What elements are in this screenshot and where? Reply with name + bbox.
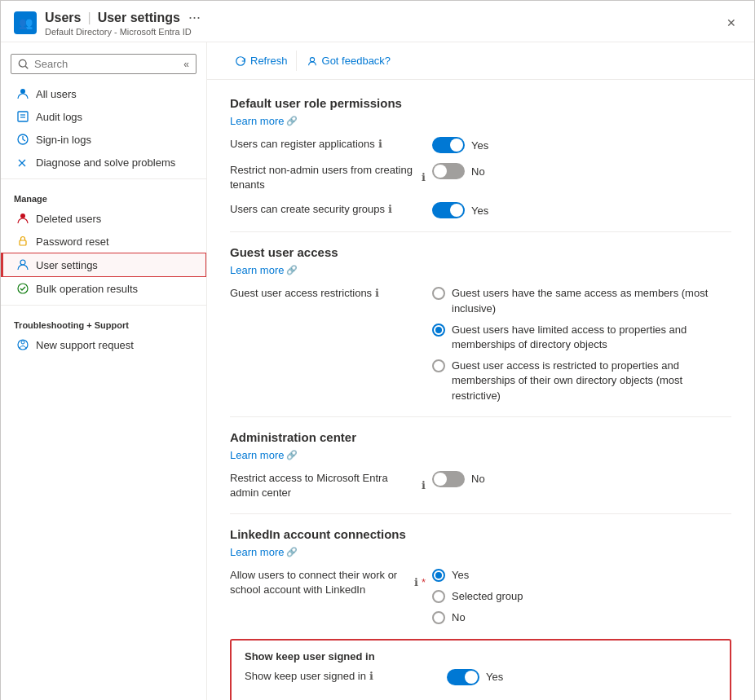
sidebar-item-label: Sign-in logs <box>36 134 91 146</box>
deleted-users-icon <box>16 212 29 225</box>
radio-button[interactable] <box>432 287 445 300</box>
radio-button[interactable] <box>432 324 445 337</box>
external-link-icon3: 🔗 <box>286 450 298 460</box>
setting-label: Restrict access to Microsoft Entra admin… <box>230 471 426 500</box>
password-reset-icon <box>16 235 29 248</box>
sidebar-item-signin-logs[interactable]: Sign-in logs <box>1 128 206 151</box>
guest-access-section: Guest user access Learn more 🔗 Guest use… <box>230 245 731 403</box>
toggle-switch[interactable] <box>432 137 465 153</box>
setting-row-show-signed-in: Show keep user signed in ℹ Yes <box>245 669 717 685</box>
radio-limited[interactable]: Guest users have limited access to prope… <box>432 323 731 352</box>
learn-more-admin[interactable]: Learn more 🔗 <box>230 449 298 461</box>
linkedin-radio-group: Yes Selected group No <box>432 568 523 626</box>
feedback-button[interactable]: Got feedback? <box>298 51 400 71</box>
sidebar-item-label: New support request <box>36 339 134 351</box>
info-icon[interactable]: ℹ <box>369 669 373 684</box>
radio-button[interactable] <box>432 611 445 624</box>
support-icon <box>16 338 29 351</box>
radio-button[interactable] <box>432 590 445 603</box>
guest-access-restrictions-row: Guest user access restrictions ℹ Guest u… <box>230 286 731 403</box>
search-input[interactable] <box>34 58 179 70</box>
svg-rect-8 <box>20 240 26 245</box>
toolbar: Refresh Got feedback? <box>207 42 754 80</box>
external-link-icon4: 🔗 <box>286 547 298 557</box>
signin-logs-icon <box>16 133 29 146</box>
search-box[interactable]: « <box>11 54 196 74</box>
sidebar-item-deleted-users[interactable]: Deleted users <box>1 207 206 230</box>
collapse-button[interactable]: « <box>183 59 189 70</box>
info-icon[interactable]: ℹ <box>422 170 426 185</box>
sidebar-item-all-users[interactable]: All users <box>1 82 206 105</box>
setting-label: Users can register applications ℹ <box>230 137 426 152</box>
setting-label: Users can create security groups ℹ <box>230 202 426 217</box>
setting-label: Show keep user signed in ℹ <box>245 669 440 684</box>
toggle-show-signed-in[interactable]: Yes <box>447 669 503 685</box>
title-bar: 👥 Users | User settings ··· Default Dire… <box>1 1 754 42</box>
sidebar-item-label: Diagnose and solve problems <box>36 156 175 169</box>
svg-point-7 <box>20 214 25 218</box>
divider2 <box>1 305 206 306</box>
toggle-switch[interactable] <box>447 669 479 685</box>
radio-linkedin-yes[interactable]: Yes <box>432 568 523 583</box>
info-icon[interactable]: ℹ <box>378 137 382 152</box>
toggle-switch[interactable] <box>432 471 465 487</box>
divider <box>1 178 206 179</box>
section-divider3 <box>230 513 731 514</box>
sidebar: « All users Audit logs Sign-in logs <box>1 42 207 700</box>
admin-center-section: Administration center Learn more 🔗 Restr… <box>230 430 731 500</box>
toggle-thumb <box>450 204 463 217</box>
radio-linkedin-selected-group[interactable]: Selected group <box>432 589 523 604</box>
radio-inclusive[interactable]: Guest users have the same access as memb… <box>432 286 731 315</box>
radio-linkedin-no[interactable]: No <box>432 610 523 625</box>
more-options[interactable]: ··· <box>188 9 201 26</box>
refresh-button[interactable]: Refresh <box>227 51 297 71</box>
toggle-restrict-tenants[interactable]: No <box>432 163 485 179</box>
section-title-default-user: Default user role permissions <box>230 96 731 110</box>
sidebar-item-bulk-ops[interactable]: Bulk operation results <box>1 277 206 300</box>
linkedin-label: Allow users to connect their work or sch… <box>230 568 426 597</box>
toggle-switch[interactable] <box>432 202 465 218</box>
sidebar-item-label: Password reset <box>36 236 109 248</box>
radio-button[interactable] <box>432 569 445 582</box>
info-icon[interactable]: ℹ <box>422 478 426 493</box>
main-content: Refresh Got feedback? Default user role … <box>207 42 754 700</box>
sidebar-item-password-reset[interactable]: Password reset <box>1 230 206 253</box>
learn-more-guest[interactable]: Learn more 🔗 <box>230 264 298 276</box>
info-icon[interactable]: ℹ <box>388 202 392 217</box>
main-window: 👥 Users | User settings ··· Default Dire… <box>0 0 755 700</box>
settings-panel: Default user role permissions Learn more… <box>207 80 754 700</box>
sidebar-item-label: Audit logs <box>36 111 82 123</box>
sidebar-item-diagnose[interactable]: Diagnose and solve problems <box>1 151 206 174</box>
sidebar-item-label: Bulk operation results <box>36 283 138 295</box>
toggle-switch[interactable] <box>432 163 465 179</box>
sidebar-item-audit-logs[interactable]: Audit logs <box>1 105 206 128</box>
section-title-guest-access: Guest user access <box>230 245 731 259</box>
main-layout: « All users Audit logs Sign-in logs <box>1 42 754 700</box>
info-icon[interactable]: ℹ <box>375 286 379 301</box>
close-button[interactable]: ✕ <box>722 15 741 31</box>
learn-more-linkedin[interactable]: Learn more 🔗 <box>230 546 298 558</box>
svg-point-9 <box>20 260 25 265</box>
radio-restrictive[interactable]: Guest user access is restricted to prope… <box>432 359 731 403</box>
linkedin-section: LinkedIn account connections Learn more … <box>230 527 731 626</box>
sidebar-item-label: All users <box>36 88 77 100</box>
sidebar-item-support[interactable]: New support request <box>1 333 206 356</box>
audit-logs-icon <box>16 110 29 123</box>
app-icon: 👥 <box>14 11 37 34</box>
svg-rect-3 <box>18 112 28 121</box>
all-users-icon <box>16 87 29 100</box>
sidebar-item-label: Deleted users <box>36 213 101 225</box>
toggle-security-groups[interactable]: Yes <box>432 202 488 218</box>
learn-more-default-user[interactable]: Learn more 🔗 <box>230 115 298 127</box>
feedback-icon <box>307 55 318 67</box>
sidebar-item-user-settings[interactable]: User settings <box>1 253 206 277</box>
setting-row-restrict-entra: Restrict access to Microsoft Entra admin… <box>230 471 731 500</box>
info-icon[interactable]: ℹ <box>414 575 418 590</box>
toggle-register-apps[interactable]: Yes <box>432 137 488 153</box>
setting-row-register-apps: Users can register applications ℹ Yes <box>230 137 731 153</box>
toggle-restrict-entra[interactable]: No <box>432 471 485 487</box>
svg-line-1 <box>25 66 28 68</box>
troubleshoot-section-header: Troubleshooting + Support <box>1 310 206 333</box>
radio-button[interactable] <box>432 359 445 372</box>
default-user-section: Default user role permissions Learn more… <box>230 96 731 218</box>
